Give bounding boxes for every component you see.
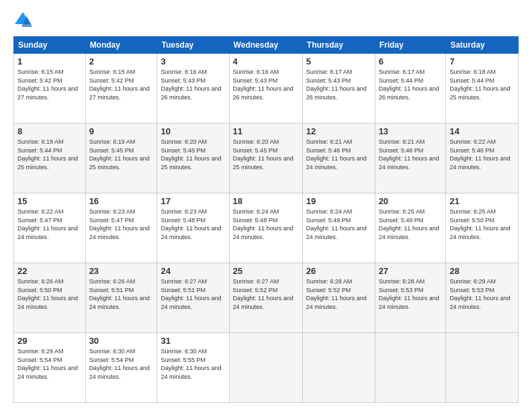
- day-number: 16: [89, 196, 154, 206]
- day-number: 24: [161, 266, 225, 276]
- calendar-cell: 23 Sunrise: 6:26 AMSunset: 5:51 PMDaylig…: [85, 263, 157, 333]
- day-number: 31: [161, 336, 225, 346]
- calendar-cell: 13 Sunrise: 6:21 AMSunset: 5:46 PMDaylig…: [375, 124, 446, 193]
- calendar-cell: 14 Sunrise: 6:22 AMSunset: 5:46 PMDaylig…: [446, 124, 519, 193]
- day-info: Sunrise: 6:24 AMSunset: 5:48 PMDaylight:…: [233, 208, 294, 240]
- day-number: 19: [306, 196, 371, 206]
- calendar-cell: 17 Sunrise: 6:23 AMSunset: 5:48 PMDaylig…: [157, 193, 229, 263]
- day-info: Sunrise: 6:29 AMSunset: 5:53 PMDaylight:…: [449, 278, 510, 310]
- day-info: Sunrise: 6:25 AMSunset: 5:49 PMDaylight:…: [379, 208, 439, 240]
- day-number: 23: [89, 266, 154, 276]
- calendar-cell: 5 Sunrise: 6:17 AMSunset: 5:43 PMDayligh…: [302, 54, 375, 124]
- day-number: 17: [161, 196, 225, 206]
- calendar-cell: [229, 333, 302, 403]
- day-info: Sunrise: 6:28 AMSunset: 5:53 PMDaylight:…: [379, 278, 439, 310]
- weekday-sunday: Sunday: [14, 37, 86, 54]
- day-info: Sunrise: 6:30 AMSunset: 5:54 PMDaylight:…: [89, 348, 150, 380]
- weekday-saturday: Saturday: [446, 37, 519, 54]
- calendar-cell: 18 Sunrise: 6:24 AMSunset: 5:48 PMDaylig…: [229, 193, 302, 263]
- calendar-cell: 27 Sunrise: 6:28 AMSunset: 5:53 PMDaylig…: [375, 263, 446, 333]
- calendar-cell: 31 Sunrise: 6:30 AMSunset: 5:55 PMDaylig…: [157, 333, 229, 403]
- day-number: 4: [233, 56, 299, 66]
- day-info: Sunrise: 6:19 AMSunset: 5:45 PMDaylight:…: [89, 138, 150, 171]
- day-number: 18: [233, 196, 299, 206]
- week-row-1: 1 Sunrise: 6:15 AMSunset: 5:42 PMDayligh…: [14, 54, 519, 124]
- calendar-cell: 30 Sunrise: 6:30 AMSunset: 5:54 PMDaylig…: [85, 333, 157, 403]
- day-number: 29: [17, 336, 82, 346]
- calendar-cell: 3 Sunrise: 6:16 AMSunset: 5:43 PMDayligh…: [157, 54, 229, 124]
- day-number: 7: [449, 56, 515, 66]
- logo-icon: [13, 11, 32, 30]
- weekday-friday: Friday: [375, 37, 446, 54]
- day-number: 26: [306, 266, 371, 276]
- calendar-cell: 4 Sunrise: 6:16 AMSunset: 5:43 PMDayligh…: [229, 54, 302, 124]
- day-info: Sunrise: 6:20 AMSunset: 5:45 PMDaylight:…: [161, 138, 221, 171]
- day-number: 10: [161, 126, 225, 136]
- day-info: Sunrise: 6:29 AMSunset: 5:54 PMDaylight:…: [17, 348, 78, 380]
- day-number: 15: [17, 196, 82, 206]
- day-info: Sunrise: 6:23 AMSunset: 5:47 PMDaylight:…: [89, 208, 150, 240]
- day-number: 27: [379, 266, 443, 276]
- calendar-cell: 29 Sunrise: 6:29 AMSunset: 5:54 PMDaylig…: [14, 333, 86, 403]
- day-info: Sunrise: 6:15 AMSunset: 5:42 PMDaylight:…: [17, 68, 78, 101]
- day-number: 1: [17, 56, 82, 66]
- day-info: Sunrise: 6:16 AMSunset: 5:43 PMDaylight:…: [161, 68, 221, 101]
- logo: [13, 11, 35, 30]
- page: SundayMondayTuesdayWednesdayThursdayFrid…: [0, 0, 532, 411]
- day-info: Sunrise: 6:27 AMSunset: 5:52 PMDaylight:…: [233, 278, 294, 310]
- day-number: 12: [306, 126, 371, 136]
- day-number: 2: [89, 56, 154, 66]
- day-info: Sunrise: 6:24 AMSunset: 5:49 PMDaylight:…: [306, 208, 367, 240]
- day-number: 28: [449, 266, 515, 276]
- week-row-5: 29 Sunrise: 6:29 AMSunset: 5:54 PMDaylig…: [14, 333, 519, 403]
- weekday-monday: Monday: [85, 37, 157, 54]
- calendar-cell: 12 Sunrise: 6:21 AMSunset: 5:46 PMDaylig…: [302, 124, 375, 193]
- week-row-3: 15 Sunrise: 6:22 AMSunset: 5:47 PMDaylig…: [14, 193, 519, 263]
- day-info: Sunrise: 6:22 AMSunset: 5:46 PMDaylight:…: [449, 138, 510, 171]
- day-number: 25: [233, 266, 299, 276]
- calendar-cell: 26 Sunrise: 6:28 AMSunset: 5:52 PMDaylig…: [302, 263, 375, 333]
- week-row-4: 22 Sunrise: 6:26 AMSunset: 5:50 PMDaylig…: [14, 263, 519, 333]
- calendar-cell: 2 Sunrise: 6:15 AMSunset: 5:42 PMDayligh…: [85, 54, 157, 124]
- day-info: Sunrise: 6:25 AMSunset: 5:50 PMDaylight:…: [449, 208, 510, 240]
- calendar-cell: 1 Sunrise: 6:15 AMSunset: 5:42 PMDayligh…: [14, 54, 86, 124]
- day-info: Sunrise: 6:27 AMSunset: 5:51 PMDaylight:…: [161, 278, 221, 310]
- weekday-header: SundayMondayTuesdayWednesdayThursdayFrid…: [14, 37, 519, 54]
- calendar-cell: 28 Sunrise: 6:29 AMSunset: 5:53 PMDaylig…: [446, 263, 519, 333]
- day-info: Sunrise: 6:17 AMSunset: 5:43 PMDaylight:…: [306, 68, 367, 101]
- calendar-cell: [446, 333, 519, 403]
- day-info: Sunrise: 6:19 AMSunset: 5:44 PMDaylight:…: [17, 138, 78, 171]
- day-number: 14: [449, 126, 515, 136]
- weekday-wednesday: Wednesday: [229, 37, 302, 54]
- week-row-2: 8 Sunrise: 6:19 AMSunset: 5:44 PMDayligh…: [14, 124, 519, 193]
- calendar-cell: [302, 333, 375, 403]
- day-info: Sunrise: 6:17 AMSunset: 5:44 PMDaylight:…: [379, 68, 439, 101]
- day-number: 21: [449, 196, 515, 206]
- day-number: 5: [306, 56, 371, 66]
- day-info: Sunrise: 6:15 AMSunset: 5:42 PMDaylight:…: [89, 68, 150, 101]
- calendar-cell: 21 Sunrise: 6:25 AMSunset: 5:50 PMDaylig…: [446, 193, 519, 263]
- day-info: Sunrise: 6:30 AMSunset: 5:55 PMDaylight:…: [161, 348, 221, 380]
- calendar-cell: 22 Sunrise: 6:26 AMSunset: 5:50 PMDaylig…: [14, 263, 86, 333]
- calendar-cell: 15 Sunrise: 6:22 AMSunset: 5:47 PMDaylig…: [14, 193, 86, 263]
- calendar-cell: 10 Sunrise: 6:20 AMSunset: 5:45 PMDaylig…: [157, 124, 229, 193]
- calendar-cell: 7 Sunrise: 6:18 AMSunset: 5:44 PMDayligh…: [446, 54, 519, 124]
- day-number: 30: [89, 336, 154, 346]
- header: [13, 11, 519, 30]
- day-number: 6: [379, 56, 443, 66]
- day-number: 13: [379, 126, 443, 136]
- day-info: Sunrise: 6:21 AMSunset: 5:46 PMDaylight:…: [306, 138, 367, 171]
- calendar-body: 1 Sunrise: 6:15 AMSunset: 5:42 PMDayligh…: [14, 54, 519, 403]
- calendar-cell: 11 Sunrise: 6:20 AMSunset: 5:45 PMDaylig…: [229, 124, 302, 193]
- calendar-cell: 6 Sunrise: 6:17 AMSunset: 5:44 PMDayligh…: [375, 54, 446, 124]
- calendar-cell: 9 Sunrise: 6:19 AMSunset: 5:45 PMDayligh…: [85, 124, 157, 193]
- day-info: Sunrise: 6:23 AMSunset: 5:48 PMDaylight:…: [161, 208, 221, 240]
- day-info: Sunrise: 6:20 AMSunset: 5:45 PMDaylight:…: [233, 138, 294, 171]
- day-number: 8: [17, 126, 82, 136]
- calendar-cell: [375, 333, 446, 403]
- day-info: Sunrise: 6:26 AMSunset: 5:50 PMDaylight:…: [17, 278, 78, 310]
- calendar-table: SundayMondayTuesdayWednesdayThursdayFrid…: [13, 36, 519, 403]
- day-number: 3: [161, 56, 225, 66]
- calendar-cell: 24 Sunrise: 6:27 AMSunset: 5:51 PMDaylig…: [157, 263, 229, 333]
- calendar-cell: 19 Sunrise: 6:24 AMSunset: 5:49 PMDaylig…: [302, 193, 375, 263]
